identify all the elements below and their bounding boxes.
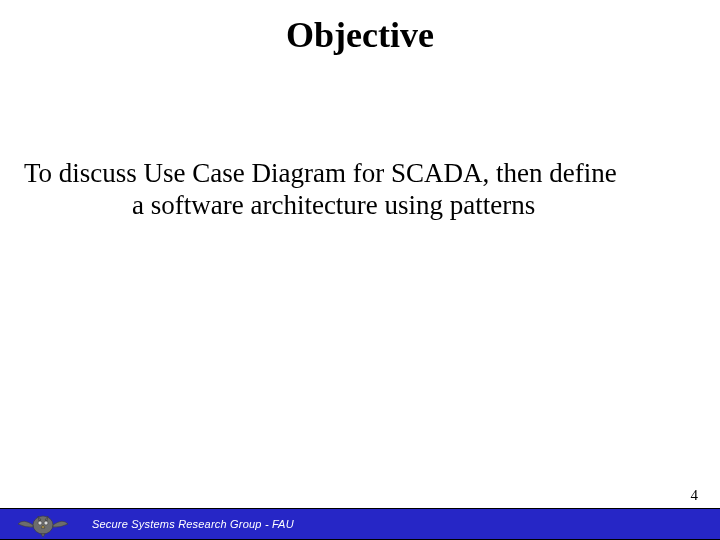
svg-point-2 — [44, 521, 48, 525]
slide-title: Objective — [0, 14, 720, 56]
slide-body: To discuss Use Case Diagram for SCADA, t… — [24, 158, 696, 222]
body-line-1: To discuss Use Case Diagram for SCADA, t… — [24, 158, 696, 190]
footer-text: Secure Systems Research Group - FAU — [92, 518, 294, 530]
svg-point-1 — [38, 521, 42, 525]
owl-icon — [14, 510, 72, 538]
slide: Objective To discuss Use Case Diagram fo… — [0, 0, 720, 540]
body-line-2: a software architecture using patterns — [24, 190, 696, 222]
owl-logo-icon — [8, 508, 78, 540]
footer-bar: Secure Systems Research Group - FAU — [0, 508, 720, 540]
page-number: 4 — [691, 487, 699, 504]
